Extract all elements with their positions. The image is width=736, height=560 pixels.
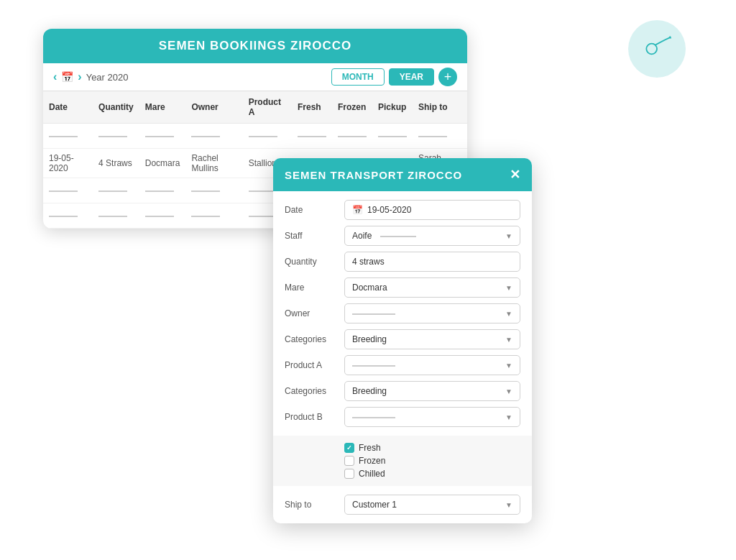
productA-label: Product A <box>285 360 339 370</box>
chilled-label: Chilled <box>359 469 385 479</box>
transport-body: Date 📅 19-05-2020 Staff Aoife ▼ <box>273 191 532 523</box>
transport-header: SEMEN TRANSPORT ZIROCCO ✕ <box>273 158 532 191</box>
categories2-select[interactable]: Breeding ▼ <box>344 381 520 401</box>
staff-value: Aoife <box>352 231 416 241</box>
quantity-value: 4 straws <box>352 257 385 267</box>
empty-dash <box>338 136 367 137</box>
cell-date <box>43 178 93 203</box>
transport-panel: SEMEN TRANSPORT ZIROCCO ✕ Date 📅 19-05-2… <box>273 158 532 523</box>
col-mare: Mare <box>139 91 186 124</box>
col-fresh: Fresh <box>292 91 332 124</box>
checkbox-group: Fresh Frozen Chilled <box>344 443 520 479</box>
chevron-down-icon: ▼ <box>505 501 512 509</box>
svg-point-0 <box>646 44 657 55</box>
col-pickup: Pickup <box>372 91 413 124</box>
year-btn[interactable]: YEAR <box>389 68 434 86</box>
cell-pickup <box>372 124 413 149</box>
productB-row: Product B ▼ <box>285 407 520 427</box>
frozen-checkbox-row: Frozen <box>344 456 520 466</box>
cell-quantity <box>93 178 139 203</box>
frozen-checkbox[interactable] <box>344 456 354 466</box>
shipto-select[interactable]: Customer 1 ▼ <box>344 495 520 515</box>
chevron-down-icon: ▼ <box>505 413 512 421</box>
categories1-label: Categories <box>285 334 339 344</box>
productA-select[interactable]: ▼ <box>344 355 520 375</box>
quantity-row: Quantity 4 straws <box>285 252 520 272</box>
view-btns: MONTH YEAR + <box>331 68 457 86</box>
date-row: Date 📅 19-05-2020 <box>285 200 520 220</box>
cell-quantity: 4 Straws <box>93 149 139 178</box>
chevron-down-icon: ▼ <box>505 310 512 318</box>
month-btn[interactable]: MONTH <box>331 68 385 86</box>
add-btn[interactable]: + <box>438 68 457 86</box>
date-value: 19-05-2020 <box>367 205 411 215</box>
owner-select[interactable]: ▼ <box>344 303 520 323</box>
nav-prev-btn[interactable]: ‹ <box>53 70 57 83</box>
col-date: Date <box>43 91 93 124</box>
table-header-row: Date Quantity Mare Owner Product A Fresh… <box>43 91 467 124</box>
col-frozen: Frozen <box>332 91 372 124</box>
quantity-input[interactable]: 4 straws <box>344 252 520 272</box>
productB-select[interactable]: ▼ <box>344 407 520 427</box>
cell-fresh <box>292 124 332 149</box>
frozen-label: Frozen <box>359 456 385 466</box>
empty-dash <box>191 191 220 192</box>
scene: SEMEN BOOKIINGS ZIROCCO ‹ 📅 › Year 2020 … <box>0 0 736 560</box>
cell-date <box>43 124 93 149</box>
cell-date <box>43 203 93 229</box>
owner-label: Owner <box>285 308 339 318</box>
empty-dash <box>49 191 78 192</box>
empty-dash <box>145 216 174 217</box>
col-productA: Product A <box>243 91 292 124</box>
empty-dash <box>98 191 127 192</box>
categories1-row: Categories Breeding ▼ <box>285 329 520 349</box>
cell-quantity <box>93 203 139 229</box>
table-row <box>43 124 467 149</box>
date-input[interactable]: 📅 19-05-2020 <box>344 200 520 220</box>
year-label: Year 2020 <box>86 72 129 83</box>
empty-dash <box>378 136 407 137</box>
empty-dash <box>49 136 78 137</box>
cell-owner: Rachel Mullins <box>185 149 242 178</box>
chevron-down-icon: ▼ <box>505 387 512 395</box>
nav-next-btn[interactable]: › <box>78 70 81 83</box>
col-shipto: Ship to <box>413 91 467 124</box>
cell-owner <box>185 178 242 203</box>
chilled-checkbox[interactable] <box>344 469 354 479</box>
cell-productA <box>243 124 292 149</box>
empty-dash <box>191 136 220 137</box>
empty-dash <box>418 136 447 137</box>
col-owner: Owner <box>185 91 242 124</box>
shipto-label: Ship to <box>285 500 339 510</box>
categories1-select[interactable]: Breeding ▼ <box>344 329 520 349</box>
back-panel-title: SEMEN BOOKIINGS ZIROCCO <box>159 39 352 52</box>
cell-shipto <box>413 124 467 149</box>
fresh-checkbox[interactable] <box>344 443 354 453</box>
chilled-checkbox-row: Chilled <box>344 469 520 479</box>
cell-quantity <box>93 124 139 149</box>
mare-label: Mare <box>285 283 339 293</box>
categories1-value: Breeding <box>352 334 387 344</box>
empty-dash <box>98 136 127 137</box>
categories2-label: Categories <box>285 386 339 396</box>
mare-value: Docmara <box>352 283 387 293</box>
close-button[interactable]: ✕ <box>510 167 520 183</box>
toolbar-row: ‹ 📅 › Year 2020 MONTH YEAR + <box>43 63 467 91</box>
staff-row: Staff Aoife ▼ <box>285 226 520 246</box>
categories2-row: Categories Breeding ▼ <box>285 381 520 401</box>
owner-value <box>352 308 395 318</box>
staff-select[interactable]: Aoife ▼ <box>344 226 520 246</box>
deco-circle <box>628 20 686 78</box>
chevron-down-icon: ▼ <box>505 284 512 292</box>
empty-dash <box>191 216 220 217</box>
date-label: Date <box>285 205 339 215</box>
sperm-icon <box>641 33 673 65</box>
empty-dash <box>145 136 174 137</box>
owner-row: Owner ▼ <box>285 303 520 323</box>
productB-label: Product B <box>285 412 339 422</box>
mare-select[interactable]: Docmara ▼ <box>344 277 520 298</box>
chevron-down-icon: ▼ <box>505 362 512 369</box>
fresh-checkbox-row: Fresh <box>344 443 520 453</box>
staff-label: Staff <box>285 231 339 241</box>
empty-dash <box>298 136 326 137</box>
